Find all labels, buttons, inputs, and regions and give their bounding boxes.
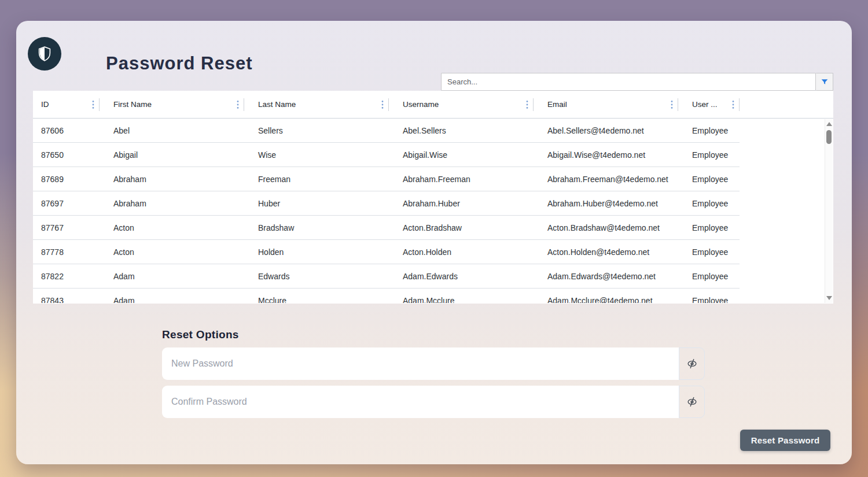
- scroll-thumb[interactable]: [826, 130, 832, 144]
- cell-first-name: Abraham: [100, 191, 244, 215]
- cell-last-name: Freeman: [244, 167, 389, 191]
- page-title: Password Reset: [106, 53, 253, 74]
- cell-username: Acton.Holden: [389, 240, 534, 264]
- eye-off-icon: [686, 395, 698, 408]
- cell-last-name: Edwards: [244, 264, 389, 288]
- cell-id: 87843: [33, 289, 100, 303]
- cell-first-name: Adam: [100, 264, 244, 288]
- column-header[interactable]: ID: [33, 91, 100, 118]
- column-header-label: Username: [403, 100, 439, 109]
- password-reset-card: Password Reset ID First Name: [16, 21, 852, 464]
- reset-password-button[interactable]: Reset Password: [740, 430, 830, 451]
- column-header-label: User ...: [692, 100, 718, 109]
- cell-id: 87650: [33, 143, 100, 167]
- column-menu-icon[interactable]: [732, 100, 734, 109]
- cell-id: 87822: [33, 264, 100, 288]
- user-grid: ID First Name Last Name: [33, 91, 833, 304]
- cell-user-type: Employee: [678, 143, 740, 167]
- cell-first-name: Abigail: [100, 143, 244, 167]
- cell-user-type: Employee: [678, 289, 740, 303]
- column-menu-icon[interactable]: [237, 100, 239, 109]
- table-row[interactable]: 87843AdamMcclureAdam.McclureAdam.Mcclure…: [33, 289, 740, 303]
- scroll-up-icon[interactable]: [826, 122, 832, 126]
- cell-user-type: Employee: [678, 240, 740, 264]
- cell-username: Abraham.Freeman: [389, 167, 534, 191]
- column-header[interactable]: Email: [534, 91, 678, 118]
- column-menu-icon[interactable]: [671, 100, 673, 109]
- cell-email: Abigail.Wise@t4edemo.net: [534, 143, 678, 167]
- cell-email: Acton.Holden@t4edemo.net: [534, 240, 678, 264]
- cell-last-name: Wise: [244, 143, 389, 167]
- cell-last-name: Huber: [244, 191, 389, 215]
- table-row[interactable]: 87822AdamEdwardsAdam.EdwardsAdam.Edwards…: [33, 264, 740, 289]
- column-header[interactable]: User ...: [678, 91, 740, 118]
- cell-user-type: Employee: [678, 216, 740, 239]
- column-menu-icon[interactable]: [526, 100, 528, 109]
- cell-username: Adam.Mcclure: [389, 289, 534, 303]
- table-row[interactable]: 87697AbrahamHuberAbraham.HuberAbraham.Hu…: [33, 191, 740, 216]
- cell-id: 87778: [33, 240, 100, 264]
- column-separator: [739, 98, 740, 111]
- column-header[interactable]: Username: [389, 91, 534, 118]
- confirm-password-field: [162, 386, 705, 418]
- cell-last-name: Holden: [244, 240, 389, 264]
- column-header[interactable]: Last Name: [244, 91, 389, 118]
- cell-first-name: Adam: [100, 289, 244, 303]
- table-row[interactable]: 87767ActonBradshawActon.BradshawActon.Br…: [33, 216, 740, 240]
- cell-first-name: Acton: [100, 216, 244, 239]
- vertical-scrollbar[interactable]: [825, 119, 833, 303]
- cell-id: 87689: [33, 167, 100, 191]
- cell-first-name: Abel: [100, 119, 244, 142]
- cell-email: Abraham.Huber@t4edemo.net: [534, 191, 678, 215]
- cell-first-name: Acton: [100, 240, 244, 264]
- filter-funnel-icon: [820, 77, 829, 87]
- app-logo: [28, 37, 61, 71]
- confirm-password-input[interactable]: [162, 386, 679, 418]
- shield-icon: [36, 45, 53, 62]
- cell-username: Abraham.Huber: [389, 191, 534, 215]
- cell-username: Abel.Sellers: [389, 119, 534, 142]
- table-row[interactable]: 87778ActonHoldenActon.HoldenActon.Holden…: [33, 240, 740, 264]
- column-menu-icon[interactable]: [381, 100, 384, 109]
- column-header[interactable]: First Name: [100, 91, 244, 118]
- cell-email: Adam.Mcclure@t4edemo.net: [534, 289, 678, 303]
- new-password-field: [162, 347, 705, 380]
- search-input[interactable]: [441, 73, 816, 91]
- cell-user-type: Employee: [678, 191, 740, 215]
- column-header-label: Last Name: [258, 100, 296, 109]
- cell-first-name: Abraham: [100, 167, 244, 191]
- column-header-label: First Name: [113, 100, 152, 109]
- table-body: 87606AbelSellersAbel.SellersAbel.Sellers…: [33, 119, 833, 303]
- cell-id: 87697: [33, 191, 100, 215]
- cell-user-type: Employee: [678, 167, 740, 191]
- column-header-label: ID: [41, 100, 49, 109]
- new-password-input[interactable]: [162, 347, 679, 380]
- table-row[interactable]: 87689AbrahamFreemanAbraham.FreemanAbraha…: [33, 167, 740, 191]
- cell-last-name: Sellers: [244, 119, 389, 142]
- toggle-confirm-password-visibility-button[interactable]: [679, 386, 705, 418]
- reset-options-heading: Reset Options: [162, 328, 239, 341]
- cell-user-type: Employee: [678, 264, 740, 288]
- cell-username: Abigail.Wise: [389, 143, 534, 167]
- cell-id: 87606: [33, 119, 100, 142]
- cell-email: Abraham.Freeman@t4edemo.net: [534, 167, 678, 191]
- toggle-new-password-visibility-button[interactable]: [679, 347, 705, 380]
- eye-off-icon: [686, 357, 698, 370]
- table-row[interactable]: 87606AbelSellersAbel.SellersAbel.Sellers…: [33, 119, 740, 143]
- cell-username: Adam.Edwards: [389, 264, 534, 288]
- table-row[interactable]: 87650AbigailWiseAbigail.WiseAbigail.Wise…: [33, 143, 740, 167]
- cell-user-type: Employee: [678, 119, 740, 142]
- cell-email: Abel.Sellers@t4edemo.net: [534, 119, 678, 142]
- cell-username: Acton.Bradshaw: [389, 216, 534, 239]
- cell-id: 87767: [33, 216, 100, 239]
- column-menu-icon[interactable]: [92, 100, 94, 109]
- column-header-label: Email: [547, 100, 567, 109]
- cell-last-name: Mcclure: [244, 289, 389, 303]
- cell-last-name: Bradshaw: [244, 216, 389, 239]
- cell-email: Acton.Bradshaw@t4edemo.net: [534, 216, 678, 239]
- filter-button[interactable]: [816, 73, 833, 91]
- cell-email: Adam.Edwards@t4edemo.net: [534, 264, 678, 288]
- scroll-down-icon[interactable]: [826, 296, 832, 300]
- table-header-row: ID First Name Last Name: [33, 91, 833, 119]
